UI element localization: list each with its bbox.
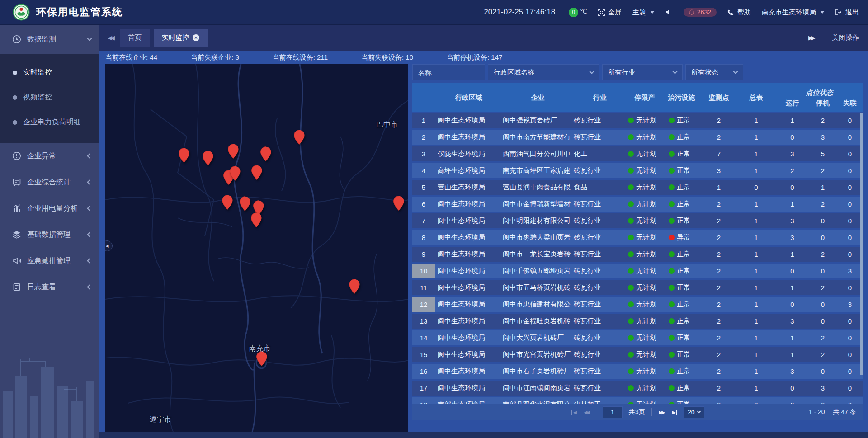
cell-lost: 0: [836, 230, 863, 245]
table-row[interactable]: 11 阆中生态环境局 阆中市五马桥页岩机砖 砖瓦行业 无计划 正常 2 1 1: [412, 280, 863, 295]
table-row[interactable]: 5 营山生态环境局 营山县润丰肉食品有限 食品 无计划 正常 1 0 0: [412, 180, 863, 195]
close-operations-button[interactable]: 关闭操作: [832, 33, 859, 42]
sidebar-item-power-load-detail[interactable]: 企业电力负荷明细: [0, 110, 99, 135]
name-search-input[interactable]: [412, 64, 485, 80]
map-pin-icon[interactable]: [256, 351, 268, 367]
cell-run: 1: [775, 113, 809, 128]
pagination-summary: 1 - 20 共 47 条: [809, 408, 856, 416]
map-pin-icon[interactable]: [229, 166, 241, 181]
sidebar-item-log-view[interactable]: 日志查看: [0, 274, 99, 300]
table-row[interactable]: 15 阆中生态环境局 阆中市光富页岩机砖厂 砖瓦行业 无计划 正常 2 1 1: [412, 347, 863, 362]
status-dot-icon: [669, 352, 675, 358]
table-row[interactable]: 1 阆中生态环境局 阆中强锐页岩砖厂 砖瓦行业 无计划 正常 2 1 1: [412, 113, 863, 128]
table-row[interactable]: 14 阆中生态环境局 阆中大兴页岩机砖厂 砖瓦行业 无计划 正常 2 1 1: [412, 330, 863, 345]
sidebar-item-realtime-monitor[interactable]: 实时监控: [0, 60, 99, 85]
stat-label: 当前在线设备:: [273, 53, 315, 61]
theme-dropdown[interactable]: 主题: [632, 8, 655, 17]
cell-stop: 2: [809, 280, 836, 295]
sidebar-item-company-abnormal[interactable]: 企业异常: [0, 143, 99, 169]
sidebar-item-data-monitor[interactable]: 数据监测: [0, 25, 99, 54]
table-scrollbar[interactable]: [860, 113, 863, 375]
cell-industry: 化工: [573, 146, 627, 161]
cell-region: 阆中生态环境局: [435, 381, 503, 396]
close-icon[interactable]: ✕: [193, 34, 199, 41]
industry-select[interactable]: 所有行业: [602, 64, 683, 80]
cell-index: 5: [412, 180, 435, 195]
sidebar-item-company-statistics[interactable]: 企业综合统计: [0, 169, 99, 195]
region-select[interactable]: 行政区域名称: [488, 64, 599, 80]
map-pin-icon[interactable]: [393, 196, 405, 211]
tab-home[interactable]: 首页: [120, 29, 150, 47]
table-body: 1 阆中生态环境局 阆中强锐页岩砖厂 砖瓦行业 无计划 正常 2 1 1: [412, 112, 863, 404]
cell-facility-status: 正常: [662, 397, 701, 404]
cell-stop: 0: [809, 230, 836, 245]
cell-region: 阆中生态环境局: [435, 297, 503, 312]
stat-label: 当前失联设备:: [361, 53, 404, 61]
map-pin-icon[interactable]: [250, 212, 262, 228]
help-button[interactable]: 帮助: [727, 8, 751, 17]
tab-realtime-monitor[interactable]: 实时监控 ✕: [154, 29, 208, 47]
cell-region: 阆中生态环境局: [435, 314, 503, 329]
sidebar-item-label: 企业用电量分析: [27, 204, 78, 213]
table-row[interactable]: 2 阆中生态环境局 阆中市南方节能建材有 砖瓦行业 无计划 正常 2 1 0: [412, 130, 863, 145]
city-skyline-decoration: [0, 348, 99, 438]
table-row[interactable]: 3 仪陇生态环境局 西南油气田分公司川中 化工 无计划 正常 7 1 3: [412, 146, 863, 161]
sidebar-item-power-analysis[interactable]: 企业用电量分析: [0, 195, 99, 221]
map-pin-icon[interactable]: [222, 195, 233, 210]
org-dropdown[interactable]: 南充市生态环境局: [762, 8, 825, 17]
col-header-stop: 停机: [809, 98, 836, 112]
cell-limit-status: 无计划: [627, 264, 662, 278]
status-dot-icon: [628, 235, 634, 240]
status-select[interactable]: 所有状态: [685, 64, 743, 80]
map-pin-icon[interactable]: [239, 196, 251, 211]
table-row[interactable]: 12 阆中生态环境局 阆中市忠信建材有限公 砖瓦行业 无计划 正常 2 1 0: [412, 297, 863, 312]
table-row[interactable]: 16 阆中生态环境局 阆中市石子页岩机砖厂 砖瓦行业 无计划 正常 2 1 3: [412, 364, 863, 379]
alarm-counter[interactable]: 2632: [684, 8, 717, 17]
cell-industry: 砖瓦行业: [573, 230, 627, 245]
region-map[interactable]: 巴中市南充市遂宁市: [105, 64, 408, 432]
sidebar-item-base-data[interactable]: 基础数据管理: [0, 221, 99, 248]
cell-meters: 1: [737, 247, 775, 262]
prev-page-icon[interactable]: ◀◀: [583, 410, 590, 415]
table-row[interactable]: 18 南部生态环境局 南部县双华水泥有限公 建材加工 无计划 正常 6 0 0: [412, 397, 863, 404]
map-pin-icon[interactable]: [227, 144, 239, 159]
mute-button[interactable]: [665, 9, 673, 15]
status-dot-icon: [669, 118, 675, 123]
first-page-icon[interactable]: ◀: [571, 410, 576, 415]
cell-meters: 0: [737, 180, 775, 195]
map-pin-icon[interactable]: [251, 165, 263, 180]
table-row[interactable]: 6 阆中生态环境局 阆中市金博瑞新型墙材 砖瓦行业 无计划 正常 2 1 1: [412, 197, 863, 212]
cell-limit-status: 无计划: [627, 314, 662, 329]
map-pin-icon[interactable]: [260, 146, 272, 162]
table-row[interactable]: 17 阆中生态环境局 阆中市江南镇阆南页岩 砖瓦行业 无计划 正常 2 1 0: [412, 381, 863, 396]
table-row[interactable]: 7 阆中生态环境局 阆中明阳建材有限公司 砖瓦行业 无计划 正常 2 1 3: [412, 213, 863, 228]
page-number-input[interactable]: [603, 406, 623, 418]
table-row[interactable]: 8 阆中生态环境局 阆中市枣碧大梁山页岩 砖瓦行业 无计划 异常 2 1 3: [412, 230, 863, 245]
table-row[interactable]: 13 阆中生态环境局 阆中市金福旺页岩机砖 砖瓦行业 无计划 正常 2 1 3: [412, 314, 863, 329]
map-pin-icon[interactable]: [178, 148, 190, 163]
tabs-scroll-right-icon[interactable]: ▶▶: [806, 32, 816, 44]
sidebar-subitem-label: 实时监控: [23, 68, 52, 77]
sidebar-item-label: 日志查看: [27, 283, 56, 292]
chevron-left-icon: [87, 284, 92, 289]
tabs-scroll-left-icon[interactable]: ◀◀: [105, 32, 116, 44]
table-row[interactable]: 9 阆中生态环境局 阆中市二龙长宝页岩砖 砖瓦行业 无计划 正常 2 1 1: [412, 247, 863, 262]
logout-button[interactable]: 退出: [835, 8, 859, 17]
table-row[interactable]: 4 高坪生态环境局 南充市高坪区王家店建 砖瓦行业 无计划 正常 3 1 2: [412, 163, 863, 178]
fullscreen-button[interactable]: 全屏: [598, 8, 622, 17]
last-page-icon[interactable]: ▶: [671, 410, 677, 415]
map-pin-icon[interactable]: [293, 129, 305, 145]
map-pin-icon[interactable]: [202, 151, 214, 166]
map-pin-icon[interactable]: [349, 278, 360, 294]
facility-status-text: 正常: [677, 317, 690, 325]
sidebar-item-video-monitor[interactable]: 视频监控: [0, 85, 99, 110]
cell-facility-status: 正常: [662, 381, 701, 396]
cell-company: 南充市高坪区王家店建: [503, 163, 573, 178]
cell-company: 阆中市二龙长宝页岩砖: [503, 247, 573, 262]
sidebar-item-emergency-reduction[interactable]: 应急减排管理: [0, 248, 99, 274]
status-dot-icon: [628, 118, 634, 123]
next-page-icon[interactable]: ▶▶: [658, 410, 665, 415]
cell-points: 2: [701, 113, 737, 128]
page-size-select[interactable]: 20: [684, 406, 704, 418]
table-row[interactable]: 10 阆中生态环境局 阆中千佛镇五郎垭页岩 砖瓦行业 无计划 正常 2 1 0: [412, 264, 863, 278]
